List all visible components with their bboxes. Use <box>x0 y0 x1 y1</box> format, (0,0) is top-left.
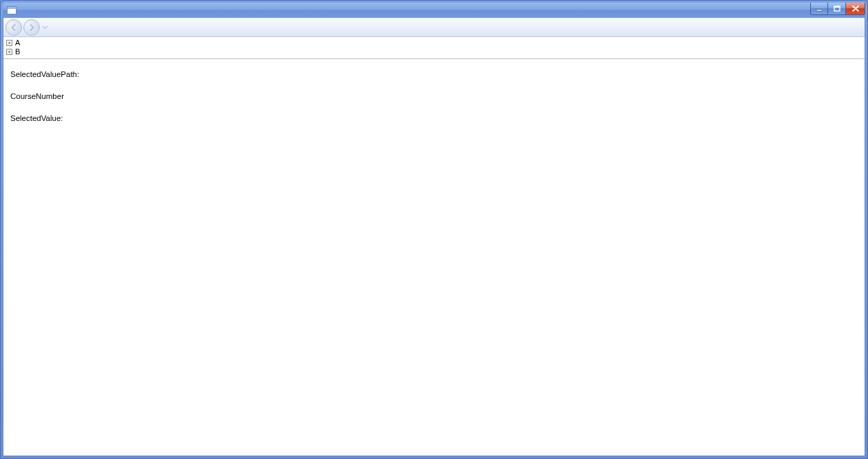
selected-value-label: SelectedValue: <box>10 114 858 122</box>
tree-view[interactable]: + A + B <box>3 37 865 59</box>
nav-forward-button[interactable] <box>23 19 40 36</box>
minimize-icon <box>816 6 823 12</box>
nav-recent-dropdown[interactable] <box>41 26 48 29</box>
window-frame: + A + B SelectedValuePath: CourseNumber … <box>0 0 868 459</box>
expander-plus-icon[interactable]: + <box>6 40 12 46</box>
svg-rect-2 <box>834 6 840 8</box>
tree-item[interactable]: + B <box>6 47 862 56</box>
close-icon <box>852 5 859 12</box>
arrow-right-icon <box>28 23 36 32</box>
content-panel: SelectedValuePath: CourseNumber Selected… <box>3 59 865 456</box>
tree-item[interactable]: + A <box>6 38 862 47</box>
client-area: + A + B SelectedValuePath: CourseNumber … <box>3 18 865 456</box>
maximize-icon <box>834 5 840 12</box>
arrow-left-icon <box>10 23 18 32</box>
chevron-down-icon <box>43 26 47 29</box>
tree-item-label: A <box>15 39 20 47</box>
window-controls <box>810 3 865 15</box>
title-bar[interactable] <box>3 3 865 18</box>
maximize-button[interactable] <box>828 3 846 15</box>
selected-value-path-value: CourseNumber <box>10 92 858 100</box>
nav-back-button[interactable] <box>6 19 22 36</box>
tree-item-label: B <box>15 48 20 56</box>
navigation-toolbar <box>3 18 865 37</box>
app-icon <box>7 6 17 14</box>
selected-value-path-label: SelectedValuePath: <box>10 70 858 78</box>
minimize-button[interactable] <box>810 3 828 15</box>
expander-plus-icon[interactable]: + <box>6 49 12 55</box>
svg-rect-0 <box>816 10 822 11</box>
close-button[interactable] <box>846 3 865 15</box>
